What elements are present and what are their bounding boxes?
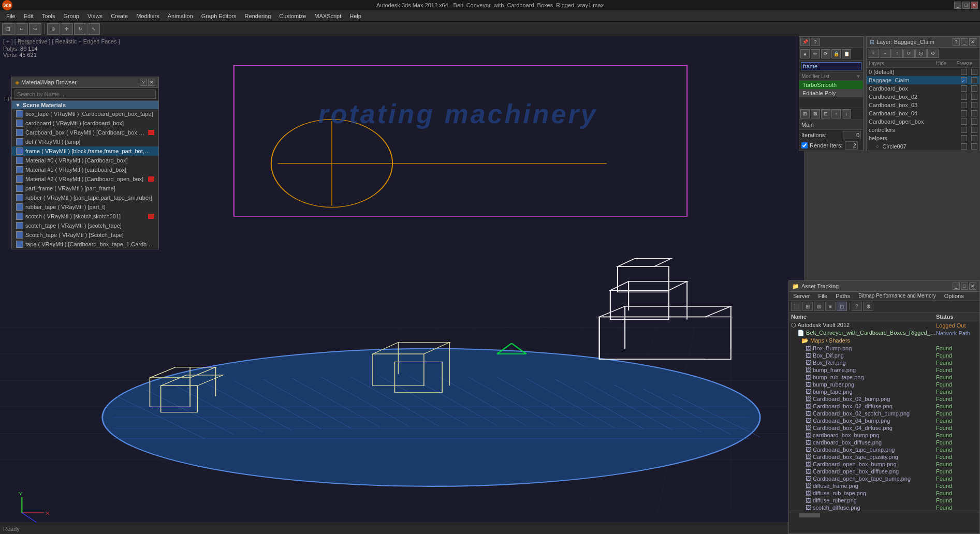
asset-menu-server[interactable]: Server <box>789 292 814 300</box>
material-item-0[interactable]: box_tape ( VRayMtl ) [Cardboard_open_box… <box>12 109 158 118</box>
asset-item-25[interactable]: 🖼 scotch_diffuse.pngFound <box>789 504 979 511</box>
minimize-button[interactable]: _ <box>954 2 961 9</box>
modifier-dropdown-icon[interactable]: ▼ <box>856 73 861 79</box>
asset-settings-btn[interactable]: ⚙ <box>863 302 873 311</box>
mod-bottom-icon-5[interactable]: ↓ <box>842 109 851 118</box>
material-item-1[interactable]: cardboard ( VRayMtl ) [cardboard_box] <box>12 118 158 128</box>
asset-item-21[interactable]: 🖼 Cardboard_open_box_tape_bump.pngFound <box>789 475 979 482</box>
material-item-14[interactable]: tape ( VRayMtl ) [Cardboard_box_tape_1,C… <box>12 240 158 249</box>
asset-menu-paths[interactable]: Paths <box>831 292 854 300</box>
layer-freeze-check[interactable] <box>971 135 977 141</box>
asset-item-9[interactable]: 🖼 bump_tape.pngFound <box>789 388 979 395</box>
asset-item-4[interactable]: 🖼 Box_Dif.pngFound <box>789 352 979 359</box>
layer-item-9[interactable]: ○Circle007 <box>867 142 979 151</box>
asset-item-8[interactable]: 🖼 bump_ruber.pngFound <box>789 381 979 388</box>
layer-visibility-check[interactable] <box>961 143 967 150</box>
mod-bottom-icon-3[interactable]: ⊟ <box>821 109 830 118</box>
asset-item-3[interactable]: 🖼 Box_Bump.pngFound <box>789 345 979 352</box>
layer-delete-btn[interactable]: − <box>880 49 891 58</box>
layer-select-btn[interactable]: ◎ <box>915 49 927 58</box>
toolbar-btn-1[interactable]: ⊡ <box>2 23 14 35</box>
material-item-5[interactable]: Material #0 ( VRayMtl ) [Cardboard_box] <box>12 156 158 165</box>
asset-item-6[interactable]: 🖼 bump_frame.pngFound <box>789 366 979 374</box>
asset-item-19[interactable]: 🖼 Cardboard_open_box_bump.pngFound <box>789 461 979 468</box>
asset-item-14[interactable]: 🖼 Cardboard_box_04_diffuse.pngFound <box>789 424 979 432</box>
layer-freeze-check[interactable] <box>971 127 977 133</box>
asset-item-22[interactable]: 🖼 diffuse_frame.pngFound <box>789 482 979 490</box>
layer-visibility-check[interactable]: ✓ <box>961 77 967 83</box>
layer-add-btn[interactable]: + <box>868 49 879 58</box>
asset-menu-bitmap[interactable]: Bitmap Performance and Memory <box>854 292 940 300</box>
render-iters-checkbox[interactable] <box>801 142 808 149</box>
toolbar-btn-3[interactable]: ↪ <box>29 23 41 35</box>
asset-item-23[interactable]: 🖼 diffuse_rub_tape.pngFound <box>789 490 979 497</box>
asset-tool-3[interactable]: ⊠ <box>814 302 824 311</box>
toolbar-btn-2[interactable]: ↩ <box>16 23 28 35</box>
frame-input-row[interactable] <box>799 61 863 72</box>
menu-rendering[interactable]: Rendering <box>241 12 275 20</box>
material-item-7[interactable]: Material #2 ( VRayMtl ) [Cardboard_open_… <box>12 174 158 184</box>
layer-freeze-check[interactable] <box>971 77 977 83</box>
asset-help-btn[interactable]: ? <box>852 302 862 311</box>
maximize-button[interactable]: □ <box>962 2 970 9</box>
material-item-11[interactable]: scotch ( VRayMtl ) [skotch,skotch001] <box>12 212 158 221</box>
menu-animation[interactable]: Animation <box>164 12 197 20</box>
rotate-btn[interactable]: ↻ <box>74 23 86 35</box>
asset-menu-file[interactable]: File <box>814 292 831 300</box>
mod-bottom-icon-2[interactable]: ⊠ <box>811 109 820 118</box>
asset-item-13[interactable]: 🖼 Cardboard_box_04_bump.pngFound <box>789 417 979 424</box>
asset-window-controls[interactable]: _ □ ✕ <box>953 283 976 290</box>
menu-customize[interactable]: Customize <box>275 12 310 20</box>
menu-create[interactable]: Create <box>107 12 132 20</box>
menu-views[interactable]: Views <box>83 12 107 20</box>
material-item-4[interactable]: frame ( VRayMtl ) [block,frame,frame_par… <box>12 146 158 156</box>
asset-item-12[interactable]: 🖼 Cardboard_box_02_scotch_bump.pngFound <box>789 410 979 417</box>
layer-move-btn[interactable]: ↑ <box>891 49 903 58</box>
material-item-3[interactable]: det ( VRayMtl ) [lamp] <box>12 137 158 146</box>
mod-help-btn[interactable]: ? <box>811 38 820 46</box>
menu-tools[interactable]: Tools <box>38 12 60 20</box>
asset-scroll-thumb[interactable] <box>799 513 820 517</box>
mod-icon-3[interactable]: ⟳ <box>821 49 830 58</box>
layer-minimize-btn[interactable]: _ <box>961 38 968 46</box>
scale-btn[interactable]: ⤡ <box>87 23 100 35</box>
material-item-2[interactable]: Cardboard_box ( VRayMtl ) [Cardboard_box… <box>12 128 158 137</box>
layer-freeze-check[interactable] <box>971 102 977 108</box>
asset-horizontal-scrollbar[interactable] <box>789 512 979 518</box>
material-browser-controls[interactable]: ? ✕ <box>140 79 155 86</box>
layer-item-8[interactable]: helpers <box>867 134 979 142</box>
search-box[interactable] <box>12 88 158 101</box>
mod-bottom-icon-4[interactable]: ↑ <box>831 109 841 118</box>
render-iters-input[interactable] <box>845 141 858 150</box>
menu-modifiers[interactable]: Modifiers <box>132 12 164 20</box>
search-input[interactable] <box>14 90 156 99</box>
layer-freeze-check[interactable] <box>971 69 977 75</box>
move-btn[interactable]: ✛ <box>61 23 73 35</box>
asset-item-11[interactable]: 🖼 Cardboard_box_02_diffuse.pngFound <box>789 403 979 410</box>
menu-edit[interactable]: Edit <box>20 12 38 20</box>
layer-help-btn[interactable]: ? <box>953 38 960 46</box>
material-item-13[interactable]: Scotch_tape ( VRayMtl ) [Scotch_tape] <box>12 230 158 240</box>
asset-tool-5[interactable]: ⊡ <box>837 302 847 311</box>
mod-bottom-icon-1[interactable]: ⊞ <box>800 109 810 118</box>
menu-group[interactable]: Group <box>59 12 83 20</box>
layer-item-0[interactable]: 0 (default) <box>867 68 979 76</box>
menu-maxscript[interactable]: MAXScript <box>310 12 345 20</box>
asset-toolbar[interactable]: ⬛ ⊞ ⊠ ≡ ⊡ ? ⚙ <box>789 301 979 313</box>
material-item-8[interactable]: part_frame ( VRayMtl ) [part_frame] <box>12 184 158 193</box>
asset-item-16[interactable]: 🖼 cardboard_box_diffuse.pngFound <box>789 439 979 446</box>
layer-visibility-check[interactable] <box>961 85 967 92</box>
asset-tool-1[interactable]: ⬛ <box>791 302 801 311</box>
layer-visibility-check[interactable] <box>961 127 967 133</box>
layer-freeze-check[interactable] <box>971 118 977 125</box>
asset-item-2[interactable]: 📂 Maps / Shaders <box>789 337 979 345</box>
layer-item-3[interactable]: Cardboard_box_02 <box>867 93 979 101</box>
layer-visibility-check[interactable] <box>961 135 967 141</box>
layer-close-btn[interactable]: ✕ <box>969 38 976 46</box>
modifier-bottom-icons[interactable]: ⊞ ⊠ ⊟ ↑ ↓ <box>799 108 863 120</box>
mod-pin-btn[interactable]: 📌 <box>800 38 810 46</box>
menu-help[interactable]: Help <box>345 12 365 20</box>
material-item-10[interactable]: rubber_tape ( VRayMtl ) [part_t] <box>12 202 158 212</box>
frame-input[interactable] <box>801 62 861 70</box>
asset-close-btn[interactable]: ✕ <box>969 283 976 290</box>
